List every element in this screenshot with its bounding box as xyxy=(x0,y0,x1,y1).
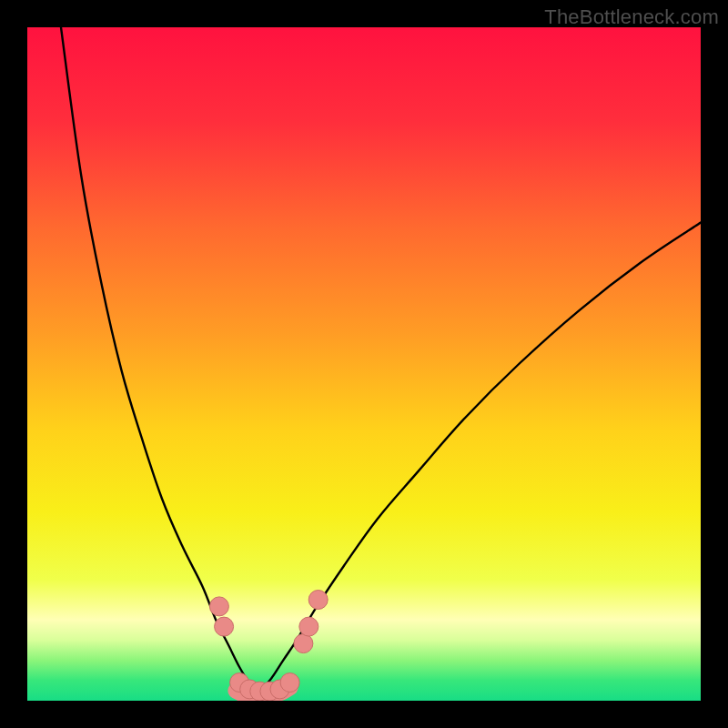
curve-layer xyxy=(27,27,701,701)
curve-right-branch xyxy=(257,223,701,694)
data-marker xyxy=(280,673,299,693)
chart-frame: TheBottleneck.com xyxy=(0,0,728,728)
data-marker xyxy=(209,597,228,616)
marker-group xyxy=(209,591,328,702)
curve-left-branch xyxy=(61,27,257,694)
data-marker xyxy=(294,634,313,653)
data-marker xyxy=(215,617,234,636)
watermark-text: TheBottleneck.com xyxy=(544,5,719,29)
data-marker xyxy=(308,591,328,610)
data-marker xyxy=(299,617,318,636)
plot-area xyxy=(27,27,701,701)
